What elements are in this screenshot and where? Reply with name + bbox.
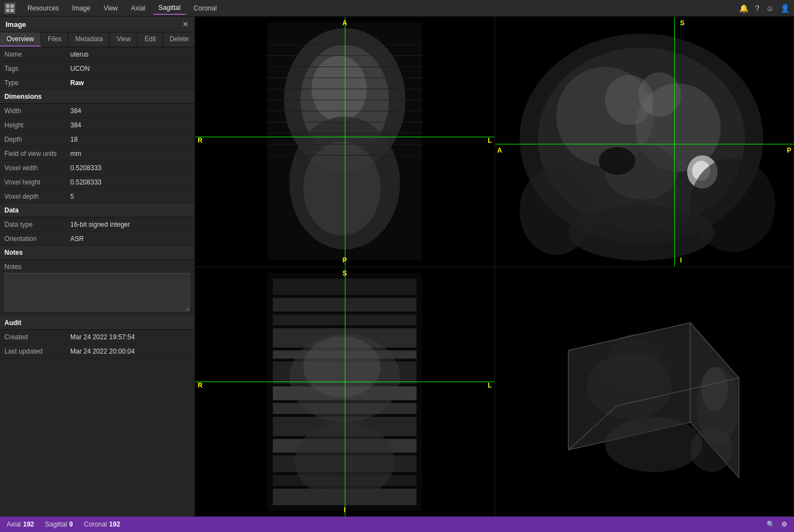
orientation-row: Orientation ASR (0, 232, 194, 246)
coronal-status: Coronal 192 (84, 520, 120, 528)
svg-point-65 (701, 367, 728, 411)
fov-label: Field of view units (0, 148, 66, 160)
viewport-coronal[interactable]: S I A P (495, 16, 795, 267)
coronal-label-s: S (680, 19, 684, 27)
help-icon[interactable]: ? (755, 4, 759, 13)
axial-status-value: 192 (23, 520, 34, 528)
menu-coronal[interactable]: Coronal (188, 2, 222, 14)
crosshair-h-coronal (495, 144, 794, 144)
fov-row: Field of view units mm (0, 147, 194, 161)
audit-section-header: Audit (0, 316, 194, 330)
panel-title: Image (5, 20, 26, 29)
menu-view[interactable]: View (98, 2, 124, 14)
depth-label: Depth (0, 133, 66, 145)
svg-point-67 (586, 353, 672, 419)
label-l: L (488, 137, 491, 144)
app-logo[interactable] (4, 3, 15, 14)
tab-view[interactable]: View (110, 32, 138, 47)
data-section-header: Data (0, 204, 194, 217)
voxel-width-label: Voxel width (0, 162, 66, 174)
voxel-width-value: 0.5208333 (66, 162, 194, 174)
data-type-value: 16-bit signed integer (66, 219, 194, 231)
user-icon[interactable]: 👤 (780, 4, 790, 13)
name-label: Name (0, 48, 66, 60)
menubar-right-icons: 🔔 ? ☺ 👤 (739, 4, 790, 13)
panel-content: Name uterus Tags UCON Type Raw Dimension… (0, 47, 194, 517)
svg-rect-3 (10, 9, 14, 12)
svg-point-36 (568, 205, 714, 261)
menu-sagittal[interactable]: Sagittal (153, 2, 186, 15)
sag-label-l: L (488, 382, 491, 389)
depth-row: Depth 18 (0, 132, 194, 147)
panel-tabs: Overview Files Metadata View Edit Delete (0, 32, 194, 47)
data-type-label: Data type (0, 219, 66, 231)
coronal-label-p: P (787, 147, 791, 154)
voxel-depth-label: Voxel depth (0, 191, 66, 203)
svg-point-33 (599, 147, 635, 175)
tab-metadata[interactable]: Metadata (69, 32, 110, 47)
voxel-depth-row: Voxel depth 5 (0, 189, 194, 204)
voxel-width-row: Voxel width 0.5208333 (0, 161, 194, 175)
voxel-depth-value: 5 (66, 191, 194, 203)
emoji-icon[interactable]: ☺ (766, 4, 774, 13)
tab-overview[interactable]: Overview (0, 32, 41, 47)
tags-label: Tags (0, 63, 66, 75)
tags-row: Tags UCON (0, 61, 194, 76)
coronal-label-i: I (680, 256, 681, 264)
tab-edit[interactable]: Edit (138, 32, 163, 47)
sag-label-i: I (344, 506, 345, 514)
orientation-value: ASR (66, 233, 194, 245)
sagittal-status-value: 9 (69, 520, 73, 528)
main-layout: Image ✕ Overview Files Metadata View Edi… (0, 16, 794, 517)
menu-resources[interactable]: Resources (22, 2, 64, 14)
orientation-label: Orientation (0, 233, 66, 245)
updated-value: Mar 24 2022 20:00:04 (66, 345, 194, 357)
axial-status: Axial 192 (7, 520, 34, 528)
tab-files[interactable]: Files (41, 32, 69, 47)
voxel-height-row: Voxel height 0.5208333 (0, 175, 194, 189)
voxel-height-value: 0.5208333 (66, 176, 194, 188)
sagittal-status: Sagittal 9 (45, 520, 73, 528)
sag-label-r: R (198, 382, 203, 389)
statusbar: Axial 192 Sagittal 9 Coronal 192 🔍 ⚙ (0, 517, 794, 532)
type-row: Type Raw (0, 76, 194, 90)
crosshair-v-coronal (674, 17, 675, 266)
viewport-3d[interactable] (495, 267, 795, 517)
crosshair-v-sag (345, 267, 345, 517)
search-icon[interactable]: 🔍 (767, 520, 775, 528)
width-row: Width 384 (0, 104, 194, 118)
name-row: Name uterus (0, 47, 194, 61)
svg-point-77 (605, 417, 702, 472)
settings-icon[interactable]: ⚙ (781, 520, 787, 528)
panel-close-button[interactable]: ✕ (182, 20, 189, 29)
updated-label: Last updated (0, 345, 66, 357)
statusbar-right: 🔍 ⚙ (767, 520, 787, 528)
notes-area: Notes (0, 260, 194, 316)
tab-delete[interactable]: Delete (163, 32, 195, 47)
updated-row: Last updated Mar 24 2022 20:00:04 (0, 344, 194, 359)
label-p: P (343, 256, 347, 264)
viewport-area: A P R L (195, 16, 794, 517)
notification-icon[interactable]: 🔔 (739, 4, 748, 13)
notes-textarea[interactable] (4, 273, 190, 311)
sag-label-s: S (343, 270, 347, 277)
svg-rect-1 (10, 4, 14, 8)
depth-value: 18 (66, 133, 194, 145)
created-value: Mar 24 2022 19:57:54 (66, 331, 194, 343)
svg-rect-0 (6, 4, 9, 8)
crosshair-vertical (345, 17, 345, 266)
svg-rect-2 (6, 9, 9, 12)
viewport-axial[interactable]: A P R L (195, 16, 495, 267)
fov-value: mm (66, 148, 194, 160)
svg-point-53 (303, 336, 381, 397)
dimensions-section-header: Dimensions (0, 90, 194, 104)
label-r: R (198, 137, 203, 144)
sagittal-status-label: Sagittal (45, 520, 67, 528)
type-label: Type (0, 77, 66, 89)
created-label: Created (0, 331, 66, 343)
menu-image[interactable]: Image (66, 2, 96, 14)
viewport-sagittal[interactable]: S I R L (195, 267, 495, 517)
width-value: 384 (66, 105, 194, 117)
menu-axial[interactable]: Axial (126, 2, 151, 14)
width-label: Width (0, 105, 66, 117)
